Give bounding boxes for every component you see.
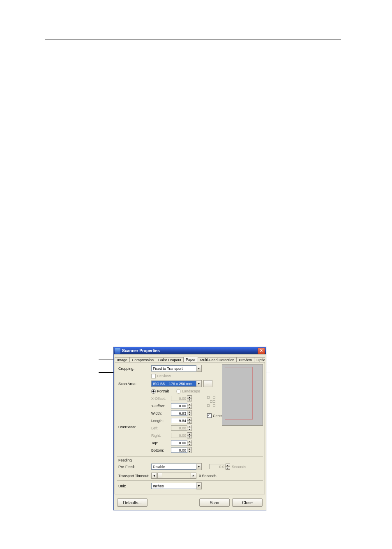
timeout-slider[interactable]: ◄ ► (151, 473, 196, 479)
tab-preview[interactable]: Preview (236, 357, 254, 362)
close-button[interactable]: Close (232, 498, 263, 507)
defaults-button[interactable]: Defaults... (117, 498, 148, 507)
chevron-right-icon: ► (191, 473, 196, 479)
x-offset-stepper: ▲▼ (171, 395, 192, 401)
overscan-right-stepper: ▲▼ (171, 432, 192, 438)
overscan-left-stepper: ▲▼ (171, 425, 192, 431)
length-stepper[interactable]: ▲▼ (171, 418, 192, 424)
title-bar[interactable]: Scanner Properties X (114, 347, 266, 354)
scan-button[interactable]: Scan (199, 498, 230, 507)
tab-options[interactable]: Options (254, 357, 265, 362)
scan-area-label: Scan Area: (118, 382, 151, 386)
prefeed-seconds-stepper: ▲▼ (209, 464, 230, 470)
preview-pane (222, 364, 263, 426)
overscan-label: OverScan: (118, 425, 151, 454)
scan-area-browse-button: ... (203, 380, 212, 387)
unit-select[interactable]: Inches ▼ (151, 482, 202, 489)
tab-image[interactable]: Image (115, 357, 130, 362)
portrait-radio[interactable]: Portrait (151, 389, 169, 394)
app-icon (115, 348, 120, 354)
preview-crop-outline[interactable] (225, 367, 253, 420)
scan-area-select[interactable]: ISO B5 – 176 x 250 mm ▼ (151, 380, 202, 387)
unit-label: Unit: (118, 484, 151, 488)
tab-multifeed[interactable]: Multi-Feed Detection (198, 357, 237, 362)
chevron-down-icon[interactable]: ▼ (196, 482, 202, 489)
close-icon[interactable]: X (258, 348, 265, 354)
tab-paper[interactable]: Paper (183, 357, 198, 362)
size-handle (207, 396, 216, 405)
prefeed-label: Pre-Feed: (118, 465, 151, 469)
overscan-top-stepper[interactable]: ▲▼ (171, 440, 192, 446)
deskew-checkbox: DeSkew (151, 374, 171, 378)
chevron-down-icon[interactable]: ▼ (196, 380, 202, 387)
chevron-down-icon[interactable]: ▼ (196, 365, 202, 372)
prefeed-select[interactable]: Disable ▼ (151, 463, 202, 470)
tab-compression[interactable]: Compression (129, 357, 156, 362)
cropping-label: Cropping: (118, 367, 151, 371)
scanner-properties-dialog: Scanner Properties X Image Compression C… (113, 347, 266, 510)
timeout-label: Transport Timeout: (118, 474, 151, 478)
overscan-bottom-stepper[interactable]: ▲▼ (171, 447, 192, 453)
landscape-radio: Landscape (176, 389, 200, 394)
cropping-select[interactable]: Fixed to Transport ▼ (151, 365, 202, 372)
tab-color-dropout[interactable]: Color Dropout (156, 357, 184, 362)
width-stepper[interactable]: ▲▼ (171, 410, 192, 416)
feeding-group-label: Feeding (118, 458, 261, 462)
window-title: Scanner Properties (122, 348, 258, 353)
chevron-left-icon: ◄ (151, 473, 157, 479)
y-offset-stepper[interactable]: ▲▼ (171, 403, 192, 409)
chevron-down-icon[interactable]: ▼ (196, 463, 202, 470)
tab-strip: Image Compression Color Dropout Paper Mu… (115, 355, 265, 362)
center-checkbox[interactable]: Center (207, 413, 224, 418)
